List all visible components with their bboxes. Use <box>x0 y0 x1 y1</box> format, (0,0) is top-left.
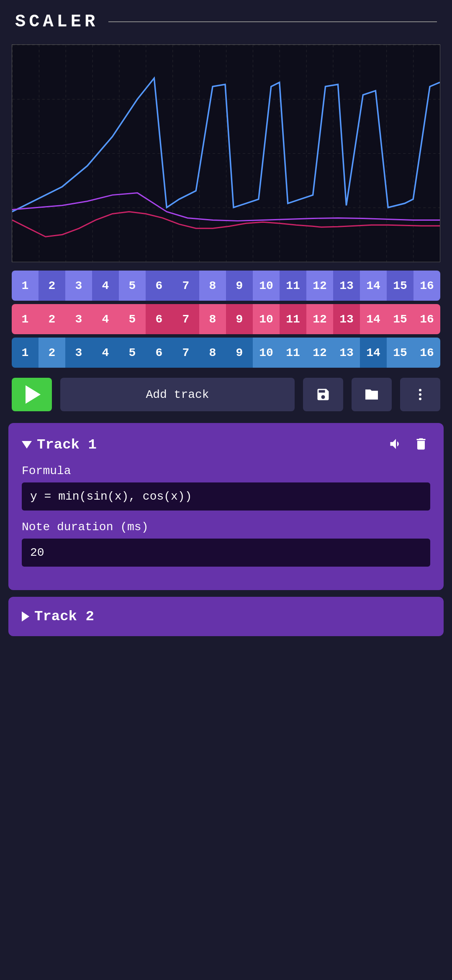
track1-chevron-down-icon <box>22 441 32 449</box>
beat-r3-c2[interactable]: 2 <box>39 338 65 368</box>
track1-header: Track 1 <box>22 435 430 454</box>
beat-r2-c10[interactable]: 10 <box>253 304 280 334</box>
formula-input[interactable] <box>22 482 430 511</box>
beat-r2-c12[interactable]: 12 <box>306 304 333 334</box>
beat-r2-c9[interactable]: 9 <box>226 304 253 334</box>
beat-r3-c12[interactable]: 12 <box>306 338 333 368</box>
beat-r2-c11[interactable]: 11 <box>280 304 306 334</box>
beat-r1-c13[interactable]: 13 <box>333 271 360 301</box>
beat-r2-c14[interactable]: 14 <box>360 304 387 334</box>
beat-r2-c16[interactable]: 16 <box>413 304 440 334</box>
chart-svg <box>12 45 440 262</box>
beat-r1-c1[interactable]: 1 <box>12 271 39 301</box>
track2-title: Track 2 <box>34 609 94 624</box>
beat-r3-c4[interactable]: 4 <box>92 338 119 368</box>
beat-r1-c12[interactable]: 12 <box>306 271 333 301</box>
beat-r1-c14[interactable]: 14 <box>360 271 387 301</box>
beat-r3-c13[interactable]: 13 <box>333 338 360 368</box>
track1-title: Track 1 <box>37 437 97 453</box>
beat-r3-c16[interactable]: 16 <box>413 338 440 368</box>
track1-header-right <box>387 435 430 454</box>
beat-r2-c4[interactable]: 4 <box>92 304 119 334</box>
duration-input[interactable] <box>22 539 430 567</box>
svg-point-5 <box>419 389 421 392</box>
beat-r2-c6[interactable]: 6 <box>146 304 172 334</box>
folder-button[interactable] <box>352 378 392 411</box>
header-divider <box>108 21 437 22</box>
track2-header[interactable]: Track 2 <box>22 609 430 624</box>
beat-row-2: 1 2 3 4 5 6 7 8 9 10 11 12 13 14 15 16 <box>12 304 440 334</box>
beat-r1-c6[interactable]: 6 <box>146 271 172 301</box>
header: SCALER <box>0 0 452 40</box>
beat-r2-c1[interactable]: 1 <box>12 304 39 334</box>
more-icon <box>413 387 428 402</box>
beat-r3-c11[interactable]: 11 <box>280 338 306 368</box>
beat-r2-c3[interactable]: 3 <box>65 304 92 334</box>
beat-r3-c15[interactable]: 15 <box>387 338 413 368</box>
track1-volume-button[interactable] <box>387 435 405 454</box>
save-icon <box>316 387 331 402</box>
beat-r2-c2[interactable]: 2 <box>39 304 65 334</box>
play-icon <box>26 385 41 404</box>
beat-r3-c6[interactable]: 6 <box>146 338 172 368</box>
beat-r1-c11[interactable]: 11 <box>280 271 306 301</box>
beat-r3-c8[interactable]: 8 <box>199 338 226 368</box>
beat-r2-c15[interactable]: 15 <box>387 304 413 334</box>
beat-r2-c5[interactable]: 5 <box>119 304 146 334</box>
folder-icon <box>364 387 379 402</box>
beat-r1-c10[interactable]: 10 <box>253 271 280 301</box>
beat-row-1: 1 2 3 4 5 6 7 8 9 10 11 12 13 14 15 16 <box>12 271 440 301</box>
beat-r1-c4[interactable]: 4 <box>92 271 119 301</box>
more-options-button[interactable] <box>400 378 440 411</box>
svg-point-6 <box>419 393 421 396</box>
app-title: SCALER <box>15 12 98 32</box>
chart-area <box>12 44 440 262</box>
beat-r3-c1[interactable]: 1 <box>12 338 39 368</box>
beat-r1-c5[interactable]: 5 <box>119 271 146 301</box>
beat-r3-c5[interactable]: 5 <box>119 338 146 368</box>
delete-icon <box>413 436 429 451</box>
beat-rows-section: 1 2 3 4 5 6 7 8 9 10 11 12 13 14 15 16 1… <box>0 271 452 368</box>
track1-delete-button[interactable] <box>412 435 430 454</box>
duration-label: Note duration (ms) <box>22 521 430 534</box>
controls-row: Add track <box>0 378 452 411</box>
volume-icon <box>388 436 403 451</box>
beat-r3-c10[interactable]: 10 <box>253 338 280 368</box>
track1-header-left[interactable]: Track 1 <box>22 437 97 453</box>
beat-r2-c13[interactable]: 13 <box>333 304 360 334</box>
play-button[interactable] <box>12 378 52 411</box>
beat-r1-c3[interactable]: 3 <box>65 271 92 301</box>
beat-r3-c7[interactable]: 7 <box>172 338 199 368</box>
svg-point-7 <box>419 398 421 400</box>
track2-chevron-right-icon <box>22 611 29 622</box>
track1-panel: Track 1 Formula Note duration (ms) <box>8 423 444 590</box>
track2-panel: Track 2 <box>8 597 444 636</box>
beat-r1-c7[interactable]: 7 <box>172 271 199 301</box>
add-track-button[interactable]: Add track <box>60 378 295 411</box>
beat-r2-c7[interactable]: 7 <box>172 304 199 334</box>
beat-r1-c8[interactable]: 8 <box>199 271 226 301</box>
beat-row-3: 1 2 3 4 5 6 7 8 9 10 11 12 13 14 15 16 <box>12 338 440 368</box>
beat-r1-c16[interactable]: 16 <box>413 271 440 301</box>
beat-r3-c3[interactable]: 3 <box>65 338 92 368</box>
beat-r2-c8[interactable]: 8 <box>199 304 226 334</box>
beat-r3-c14[interactable]: 14 <box>360 338 387 368</box>
save-button[interactable] <box>303 378 343 411</box>
formula-label: Formula <box>22 464 430 477</box>
beat-r1-c2[interactable]: 2 <box>39 271 65 301</box>
beat-r1-c9[interactable]: 9 <box>226 271 253 301</box>
beat-r3-c9[interactable]: 9 <box>226 338 253 368</box>
beat-r1-c15[interactable]: 15 <box>387 271 413 301</box>
